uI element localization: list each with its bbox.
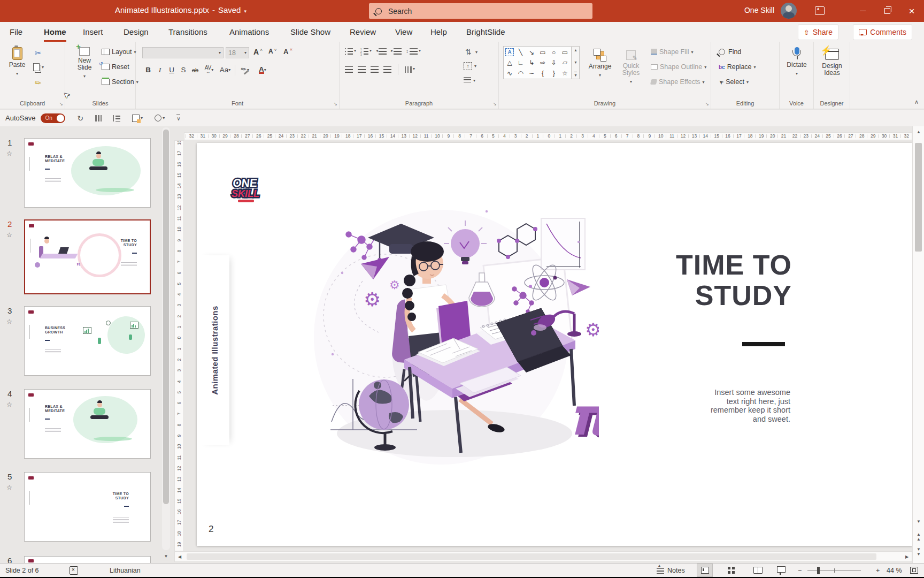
convert-smartart-button[interactable] xyxy=(464,77,475,83)
panel-scroll-down-icon[interactable] xyxy=(162,551,170,561)
elbow-shape[interactable] xyxy=(515,58,526,68)
ribbon-display-options-icon[interactable] xyxy=(815,6,825,15)
slide-sorter-view-button[interactable] xyxy=(723,564,739,577)
numbering-button[interactable] xyxy=(360,48,372,55)
font-dialog-launcher[interactable] xyxy=(333,102,337,107)
close-button[interactable] xyxy=(899,0,924,22)
scroll-left-icon[interactable] xyxy=(175,552,184,561)
arrange-button[interactable]: Arrange xyxy=(586,48,614,79)
slide-number-placeholder[interactable]: 2 xyxy=(209,524,213,535)
tab-transitions[interactable]: Transitions xyxy=(167,22,209,42)
section-button[interactable]: Section xyxy=(102,78,138,86)
shape-effects-button[interactable]: Shape Effects xyxy=(651,78,705,86)
slide-6-thumbnail[interactable] xyxy=(24,556,151,563)
text-highlight-button[interactable] xyxy=(237,64,254,75)
notes-button[interactable]: Notes xyxy=(657,564,685,577)
find-button[interactable]: Find xyxy=(719,48,741,56)
slide-2-thumbnail[interactable]: π TIME TO STUDY xyxy=(24,219,151,294)
strikethrough-button[interactable]: ab xyxy=(189,64,201,75)
italic-button[interactable]: I xyxy=(154,64,166,75)
line-shape[interactable] xyxy=(515,47,526,57)
tab-animations[interactable]: Animations xyxy=(228,22,270,42)
scroll-right-icon[interactable] xyxy=(902,552,912,561)
shape-fill-button[interactable]: Shape Fill xyxy=(651,48,694,56)
zoom-in-button[interactable] xyxy=(876,564,880,577)
right-arrow-shape[interactable] xyxy=(537,58,548,68)
paste-button[interactable]: Paste xyxy=(5,47,29,77)
search-input[interactable] xyxy=(387,6,550,16)
font-color-button[interactable]: A xyxy=(254,64,271,75)
slide-4-thumbnail[interactable]: RELAX & MEDITATE xyxy=(24,389,151,459)
tab-help[interactable]: Help xyxy=(429,22,448,42)
title-underline-bar[interactable] xyxy=(742,342,785,346)
minimize-button[interactable] xyxy=(850,0,875,22)
slide-3-thumbnail[interactable]: BUSINESS GROWTH xyxy=(24,306,151,376)
shapes-gallery[interactable]: A xyxy=(503,46,572,79)
bold-button[interactable]: B xyxy=(142,64,154,75)
underline-button[interactable]: U xyxy=(166,64,178,75)
drawing-dialog-launcher[interactable] xyxy=(705,102,709,107)
font-size-combo[interactable]: 18 xyxy=(226,47,249,58)
slide-title[interactable]: TIME TO STUDY xyxy=(567,250,792,311)
clear-formatting-button[interactable]: A xyxy=(283,48,292,56)
change-case-button[interactable]: Aa xyxy=(217,64,233,75)
shadow-button[interactable]: S xyxy=(178,64,189,75)
zoom-out-button[interactable] xyxy=(798,564,802,577)
search-box[interactable] xyxy=(369,3,592,19)
zoom-level[interactable]: 44 % xyxy=(887,564,902,577)
shape-outline-button[interactable]: Shape Outline xyxy=(651,63,706,71)
tab-home[interactable]: Home xyxy=(43,22,67,42)
format-painter-button[interactable] xyxy=(33,78,43,88)
fit-to-window-button[interactable] xyxy=(910,564,918,577)
shrink-font-button[interactable]: A xyxy=(268,48,276,55)
gallery-down-icon[interactable] xyxy=(574,60,576,65)
reset-button[interactable]: Reset xyxy=(102,63,129,71)
reading-view-button[interactable] xyxy=(750,564,766,577)
saved-dropdown-icon[interactable] xyxy=(244,9,247,14)
qat-align-icon[interactable] xyxy=(113,115,120,121)
text-direction-button[interactable] xyxy=(464,47,478,57)
tab-brightslide[interactable]: BrightSlide xyxy=(465,22,506,42)
qat-shape-icon[interactable] xyxy=(155,115,165,121)
tab-review[interactable]: Review xyxy=(349,22,377,42)
clipboard-dialog-launcher[interactable] xyxy=(59,102,63,107)
font-name-combo[interactable] xyxy=(142,47,224,58)
next-slide-button[interactable]: ▼▼ xyxy=(913,547,924,557)
star-shape[interactable] xyxy=(559,68,570,78)
qat-overflow-icon[interactable] xyxy=(176,115,180,121)
slide-show-button[interactable] xyxy=(773,564,789,577)
qat-layout-icon[interactable] xyxy=(132,115,143,122)
align-text-button[interactable] xyxy=(464,62,476,70)
normal-view-button[interactable] xyxy=(697,564,713,577)
qat-columns-icon[interactable] xyxy=(95,115,102,121)
slide-indicator[interactable]: Slide 2 of 6 xyxy=(5,564,39,577)
scribble-shape[interactable] xyxy=(504,68,515,78)
scroll-down-icon[interactable] xyxy=(913,519,924,524)
panel-scrollbar-thumb[interactable] xyxy=(163,130,169,504)
scroll-up-icon[interactable] xyxy=(913,130,924,134)
align-right-button[interactable] xyxy=(371,66,379,73)
shapes-gallery-scrollbar[interactable] xyxy=(572,46,580,79)
quick-styles-button[interactable]: Quick Styles xyxy=(617,48,645,85)
side-text-strip[interactable]: Animated Illustrations xyxy=(199,255,229,445)
increase-indent-button[interactable] xyxy=(391,48,402,55)
restore-button[interactable] xyxy=(875,0,899,22)
bullets-button[interactable] xyxy=(345,48,356,55)
tab-view[interactable]: View xyxy=(394,22,413,42)
design-ideas-button[interactable]: Design Ideas xyxy=(818,47,846,77)
horizontal-scrollbar-thumb[interactable] xyxy=(187,553,876,560)
character-spacing-button[interactable]: AV↔ xyxy=(201,64,217,75)
arc-shape[interactable] xyxy=(515,68,526,78)
text-box-shape[interactable]: A xyxy=(505,48,514,56)
columns-button[interactable] xyxy=(405,66,415,73)
share-button[interactable]: Share xyxy=(798,24,838,40)
vertical-scrollbar-thumb[interactable] xyxy=(915,143,922,252)
cut-button[interactable] xyxy=(33,48,43,58)
down-arrow-shape[interactable] xyxy=(549,58,559,68)
tab-insert[interactable]: Insert xyxy=(82,22,104,42)
autosave-toggle[interactable]: On xyxy=(41,113,65,123)
tab-design[interactable]: Design xyxy=(122,22,150,42)
align-left-button[interactable] xyxy=(345,66,353,73)
vertical-scrollbar[interactable]: ▲▲ ▼▼ xyxy=(912,126,924,563)
document-title[interactable]: Animated Illustrations.pptx-Saved xyxy=(115,5,247,14)
